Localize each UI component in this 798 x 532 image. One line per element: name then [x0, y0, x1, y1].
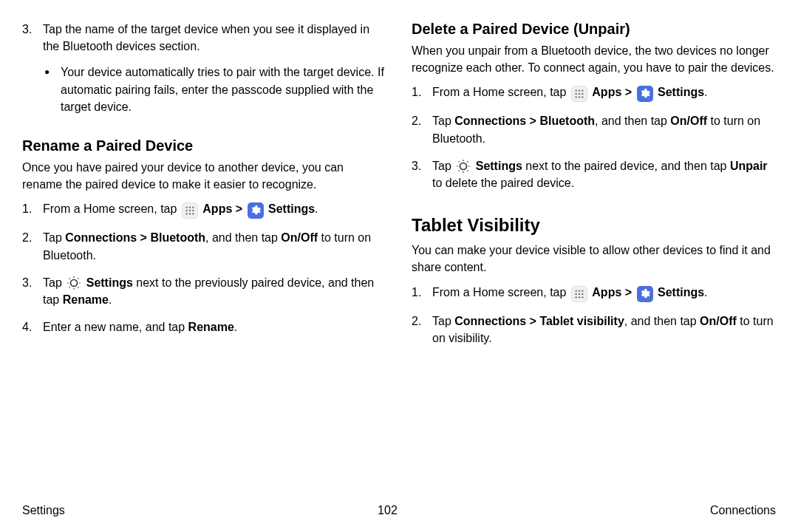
list-item: Your device automatically tries to pair …	[43, 64, 386, 115]
visibility-intro: You can make your device visible to allo…	[412, 242, 776, 276]
rename-heading: Rename a Paired Device	[22, 137, 386, 154]
settings-icon	[248, 202, 264, 219]
rename-intro: Once you have paired your device to anot…	[22, 159, 386, 193]
list-item: From a Home screen, tap Apps > Settings.	[22, 200, 386, 219]
footer-left: Settings	[22, 504, 65, 517]
list-item: Tap Connections > Tablet visibility, and…	[412, 313, 776, 347]
footer-right: Connections	[710, 504, 776, 517]
apps-icon	[571, 86, 587, 102]
settings-icon	[637, 86, 653, 102]
list-item: Enter a new name, and tap Rename.	[22, 318, 386, 335]
visibility-heading: Tablet Visibility	[412, 215, 776, 236]
list-item: Tap Connections > Bluetooth, and then ta…	[22, 229, 386, 263]
delete-steps: From a Home screen, tap Apps > Settings.…	[412, 83, 776, 202]
gear-icon	[66, 276, 81, 290]
delete-heading: Delete a Paired Device (Unpair)	[412, 21, 776, 38]
rename-steps: From a Home screen, tap Apps > Settings.…	[22, 200, 386, 346]
visibility-steps: From a Home screen, tap Apps > Settings.…	[412, 284, 776, 357]
list-item: From a Home screen, tap Apps > Settings.	[412, 83, 776, 102]
gear-icon	[456, 159, 471, 174]
apps-icon	[182, 202, 198, 219]
sub-bullet-list: Your device automatically tries to pair …	[43, 64, 386, 115]
right-column: Delete a Paired Device (Unpair) When you…	[412, 21, 776, 489]
list-item: Tap Connections > Bluetooth, and then ta…	[412, 112, 776, 146]
delete-intro: When you unpair from a Bluetooth device,…	[412, 42, 776, 76]
pairing-steps-cont: Tap the name of the target device when y…	[22, 21, 386, 126]
step-text: Tap the name of the target device when y…	[43, 23, 369, 52]
list-item: From a Home screen, tap Apps > Settings.	[412, 284, 776, 302]
list-item: Tap the name of the target device when y…	[22, 21, 386, 115]
list-item: Tap Settings next to the previously pair…	[22, 274, 386, 308]
page-footer: Settings 102 Connections	[22, 489, 776, 517]
apps-icon	[571, 286, 587, 302]
list-item: Tap Settings next to the paired device, …	[412, 157, 776, 191]
settings-icon	[637, 286, 653, 302]
footer-page-number: 102	[378, 504, 398, 517]
left-column: Tap the name of the target device when y…	[22, 21, 386, 489]
